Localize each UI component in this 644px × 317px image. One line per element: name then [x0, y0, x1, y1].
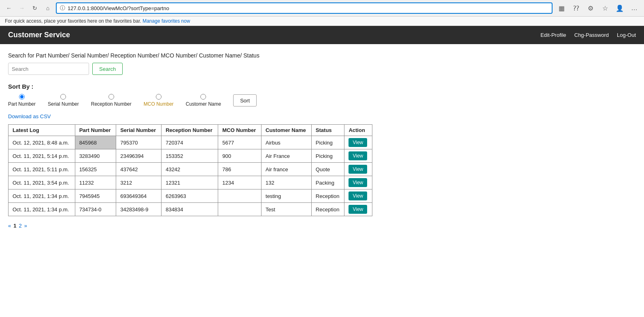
header-nav: Edit-Profile Chg-Password Log-Out — [540, 32, 636, 38]
cell-mco-number — [218, 203, 261, 216]
cell-action: View — [344, 176, 372, 189]
home-button[interactable]: ⌂ — [43, 3, 53, 13]
sort-label-part-number: Part Number — [8, 101, 36, 107]
app-header: Customer Service Edit-Profile Chg-Passwo… — [0, 26, 644, 44]
screen-cast-icon[interactable]: ▦ — [556, 2, 567, 14]
sort-option-part-number[interactable]: Part Number — [8, 94, 36, 107]
cell-reception-number: 43242 — [162, 163, 218, 176]
cell-latest-log: Oct. 11, 2021, 5:11 p.m. — [9, 163, 75, 176]
sort-option-mco-number[interactable]: MCO Number — [144, 94, 174, 107]
url-input[interactable] — [68, 5, 548, 11]
forward-button[interactable]: → — [17, 3, 27, 13]
search-row: Search — [8, 63, 636, 75]
cell-mco-number: 5677 — [218, 136, 261, 149]
cell-action: View — [344, 163, 372, 176]
log-out-link[interactable]: Log-Out — [617, 32, 636, 38]
search-label: Search for Part Number/ Serial Number/ R… — [8, 52, 636, 59]
back-button[interactable]: ← — [4, 3, 14, 13]
reload-button[interactable]: ↻ — [30, 3, 40, 13]
sort-title: Sort By : — [8, 83, 636, 90]
cell-action: View — [344, 136, 372, 149]
pagination-prev[interactable]: « — [8, 223, 11, 229]
edit-profile-link[interactable]: Edit-Profile — [540, 32, 566, 38]
view-button[interactable]: View — [349, 138, 367, 147]
col-latest-log: Latest Log — [9, 125, 75, 136]
app-title: Customer Service — [8, 31, 70, 39]
sort-label-serial-number: Serial Number — [48, 101, 79, 107]
cell-customer-name: Airbus — [261, 136, 312, 149]
sort-label-mco-number: MCO Number — [144, 101, 174, 107]
view-button[interactable]: View — [349, 205, 367, 214]
sort-option-serial-number[interactable]: Serial Number — [48, 94, 79, 107]
search-input[interactable] — [8, 63, 89, 75]
data-table: Latest Log Part Number Serial Number Rec… — [8, 124, 372, 216]
sort-radio-part-number[interactable] — [19, 94, 25, 100]
grid-icon[interactable]: ⁇ — [570, 2, 582, 14]
table-row: Oct. 11, 2021, 1:34 p.m.734734-034283498… — [9, 203, 372, 216]
sort-section: Sort By : Part Number Serial Number Rece… — [8, 83, 636, 107]
address-bar: ⓘ — [56, 2, 553, 14]
cell-status: Quote — [311, 163, 344, 176]
table-row: Oct. 11, 2021, 3:54 p.m.1123232121232112… — [9, 176, 372, 189]
view-button[interactable]: View — [349, 178, 367, 187]
cell-reception-number: 153352 — [162, 149, 218, 163]
cell-part-number: 156325 — [75, 163, 116, 176]
cell-part-number: 734734-0 — [75, 203, 116, 216]
cell-latest-log: Oct. 11, 2021, 3:54 p.m. — [9, 176, 75, 189]
cell-reception-number: 6263963 — [162, 189, 218, 203]
table-row: Oct. 11, 2021, 5:14 p.m.3283490234963941… — [9, 149, 372, 163]
table-row: Oct. 11, 2021, 5:11 p.m.1563254376424324… — [9, 163, 372, 176]
cell-customer-name: Test — [261, 203, 312, 216]
cell-latest-log: Oct. 11, 2021, 1:34 p.m. — [9, 189, 75, 203]
sort-radio-serial-number[interactable] — [60, 94, 66, 100]
pagination-page-current: 1 — [13, 223, 16, 229]
favorites-icon[interactable]: ☆ — [599, 2, 611, 14]
view-button[interactable]: View — [349, 165, 367, 174]
col-part-number: Part Number — [75, 125, 116, 136]
col-reception-number: Reception Number — [162, 125, 218, 136]
sort-radio-reception-number[interactable] — [108, 94, 114, 100]
sort-label-customer-name: Customer Name — [186, 101, 221, 107]
csv-download-link[interactable]: Download as CSV — [8, 113, 51, 119]
view-button[interactable]: View — [349, 151, 367, 160]
chg-password-link[interactable]: Chg-Password — [574, 32, 609, 38]
pagination: « 1 2 » — [8, 223, 636, 229]
sort-radio-customer-name[interactable] — [200, 94, 206, 100]
col-status: Status — [311, 125, 344, 136]
cell-latest-log: Oct. 11, 2021, 1:34 p.m. — [9, 203, 75, 216]
favorites-text: For quick access, place your favorites h… — [5, 18, 141, 24]
cell-status: Packing — [311, 176, 344, 189]
sort-option-customer-name[interactable]: Customer Name — [186, 94, 221, 107]
manage-favorites-link[interactable]: Manage favorites now — [142, 18, 190, 24]
cell-mco-number: 1234 — [218, 176, 261, 189]
cell-status: Picking — [311, 149, 344, 163]
cell-part-number: 11232 — [75, 176, 116, 189]
col-action: Action — [344, 125, 372, 136]
cell-serial-number: 795370 — [116, 136, 162, 149]
cell-mco-number: 900 — [218, 149, 261, 163]
sort-button[interactable]: Sort — [233, 94, 257, 106]
cell-customer-name: Air france — [261, 163, 312, 176]
view-button[interactable]: View — [349, 191, 367, 200]
cell-reception-number: 720374 — [162, 136, 218, 149]
cell-reception-number: 834834 — [162, 203, 218, 216]
pagination-page-2[interactable]: 2 — [19, 223, 21, 229]
cell-part-number: 7945945 — [75, 189, 116, 203]
cell-part-number: 845968 — [75, 136, 116, 149]
cell-action: View — [344, 189, 372, 203]
extensions-icon[interactable]: ⚙ — [585, 2, 596, 14]
cell-customer-name: 132 — [261, 176, 312, 189]
sort-option-reception-number[interactable]: Reception Number — [91, 94, 132, 107]
cell-mco-number: 786 — [218, 163, 261, 176]
col-customer-name: Customer Name — [261, 125, 312, 136]
sort-radio-mco-number[interactable] — [156, 94, 162, 100]
cell-serial-number: 693649364 — [116, 189, 162, 203]
pagination-next[interactable]: » — [24, 223, 27, 229]
col-mco-number: MCO Number — [218, 125, 261, 136]
search-button[interactable]: Search — [92, 63, 123, 75]
profile-icon[interactable]: 👤 — [614, 2, 625, 14]
cell-serial-number: 3212 — [116, 176, 162, 189]
table-row: Oct. 11, 2021, 1:34 p.m.7945945693649364… — [9, 189, 372, 203]
cell-action: View — [344, 203, 372, 216]
more-options-icon[interactable]: … — [629, 2, 640, 14]
